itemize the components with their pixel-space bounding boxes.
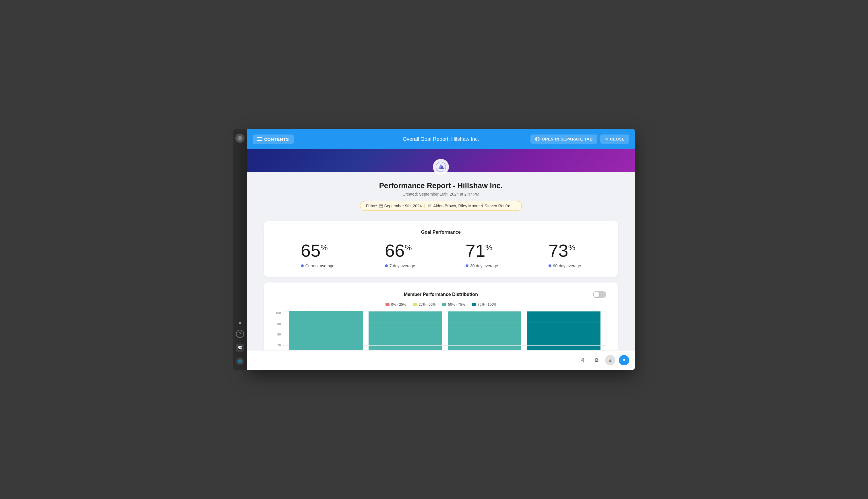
open-in-tab-button[interactable]: OPEN IN SEPARATE TAB (531, 134, 597, 144)
report-banner (247, 149, 635, 172)
legend-label-75-100: 75% - 100% (478, 303, 496, 307)
svg-rect-7 (379, 205, 383, 208)
bar-group-2 (369, 311, 442, 350)
sidebar-globe-icon[interactable]: 🌐 (236, 357, 244, 365)
company-logo (433, 159, 449, 175)
stat-current-avg: 65% Current average (301, 242, 334, 268)
bar-group-4 (527, 311, 601, 350)
member-distribution-card: Member Performance Distribution 0% - 25% (264, 282, 618, 350)
modal-body: Performance Report - Hillshaw Inc. Creat… (247, 149, 635, 350)
stat-90day-value: 73% (548, 242, 581, 259)
close-button[interactable]: ✕ CLOSE (600, 134, 629, 144)
print-button[interactable]: 🖨 (578, 355, 588, 365)
scroll-down-button[interactable]: ▼ (619, 355, 629, 365)
chart-header: Member Performance Distribution (275, 291, 606, 298)
scroll-up-button[interactable]: ▲ (605, 355, 615, 365)
stat-7day-avg: 66% 7-day average (385, 242, 415, 268)
legend-label-0-25: 0% - 25% (391, 303, 406, 307)
filter-date: September 9th, 2024 (379, 204, 422, 208)
stat-30day-value: 71% (466, 242, 498, 259)
stat-7day-value: 66% (385, 242, 415, 259)
svg-point-11 (429, 205, 430, 206)
legend-50-75: 50% - 75% (442, 303, 465, 307)
report-title-section: Performance Report - Hillshaw Inc. Creat… (247, 172, 635, 217)
report-header-title: Overall Goal Report: Hilshaw Inc. (403, 136, 479, 142)
goal-performance-title: Goal Performance (275, 230, 606, 235)
calendar-icon (379, 204, 383, 208)
stat-dot-4 (548, 265, 551, 267)
stat-dot-1 (301, 265, 304, 267)
chart-toggle[interactable] (593, 291, 606, 298)
chart-title: Member Performance Distribution (386, 292, 496, 297)
stat-current-avg-suffix: % (321, 243, 328, 252)
close-label: CLOSE (610, 137, 625, 142)
sidebar-dot-1 (239, 322, 241, 324)
sidebar-help-icon[interactable]: ? (236, 330, 244, 338)
settings-button[interactable]: ⚙ (591, 355, 602, 365)
legend-dot-yellow (413, 303, 417, 306)
stat-current-avg-value: 65% (301, 242, 334, 259)
bars-area (283, 311, 606, 350)
bar-4-main (527, 311, 601, 350)
open-tab-label: OPEN IN SEPARATE TAB (542, 137, 593, 142)
report-created-date: Created: September 10th, 2024 at 2:47 PM (253, 192, 629, 196)
stat-30day-suffix: % (485, 243, 492, 252)
stat-7day-suffix: % (405, 243, 412, 252)
filter-date-value: September 9th, 2024 (384, 204, 422, 208)
stat-30day-label: 30-day average (466, 264, 498, 268)
stat-dot-3 (466, 265, 468, 267)
bar-2-main (369, 311, 442, 350)
legend-dot-teal (442, 303, 446, 306)
chart-legend: 0% - 25% 25% - 50% 50% - 75% 75% - (275, 303, 606, 307)
bar-group-1 (289, 311, 362, 350)
filter-bar: Filter: September 9th, 2024 Aiden Brown,… (360, 201, 522, 211)
legend-label-50-75: 50% - 75% (448, 303, 465, 307)
hamburger-icon (257, 137, 262, 141)
sidebar-chat-icon[interactable]: 💬 (236, 343, 244, 352)
report-title: Performance Report - Hillshaw Inc. (253, 181, 629, 190)
legend-25-50: 25% - 50% (413, 303, 436, 307)
globe-icon (535, 137, 540, 142)
down-arrow-icon: ▼ (622, 357, 626, 363)
y-axis: 100 90 80 70 60 50 (275, 311, 281, 350)
mountain-logo-icon (436, 162, 446, 172)
bar-chart: 100 90 80 70 60 50 (275, 311, 606, 350)
users-icon (428, 204, 432, 208)
bar-3-main (448, 311, 521, 350)
contents-button[interactable]: CONTENTS (253, 134, 294, 144)
legend-label-25-50: 25% - 50% (419, 303, 436, 307)
svg-point-0 (238, 136, 242, 141)
legend-75-100: 75% - 100% (472, 303, 496, 307)
legend-0-25: 0% - 25% (385, 303, 406, 307)
settings-icon: ⚙ (594, 357, 599, 363)
svg-point-12 (430, 205, 431, 206)
up-arrow-icon: ▲ (608, 357, 613, 363)
stat-dot-2 (385, 265, 388, 267)
stat-7day-label: 7-day average (385, 264, 415, 268)
footer-actions: 🖨 ⚙ ▲ ▼ (247, 350, 635, 370)
legend-dot-dark-teal (472, 303, 476, 306)
filter-users: Aiden Brown, Riley Moore & Steven Renfro… (428, 204, 516, 208)
close-x-icon: ✕ (605, 137, 608, 142)
sidebar-logo (235, 134, 245, 143)
filter-users-value: Aiden Brown, Riley Moore & Steven Renfro… (433, 204, 516, 208)
stat-current-avg-label: Current average (301, 264, 334, 268)
goal-stats: 65% Current average 66% 7-day average (275, 242, 606, 268)
bar-group-3 (448, 311, 521, 350)
goal-performance-card: Goal Performance 65% Current average 66% (264, 221, 618, 277)
cards-section: Goal Performance 65% Current average 66% (247, 217, 635, 350)
stat-90day-avg: 73% 90-day average (548, 242, 581, 268)
print-icon: 🖨 (580, 357, 585, 363)
filter-label: Filter: (366, 204, 377, 208)
stat-90day-suffix: % (568, 243, 575, 252)
stat-90day-label: 90-day average (548, 264, 581, 268)
bar-1-main (289, 311, 362, 350)
contents-label: CONTENTS (264, 137, 289, 142)
stat-30day-avg: 71% 30-day average (466, 242, 498, 268)
legend-dot-red (385, 303, 390, 306)
